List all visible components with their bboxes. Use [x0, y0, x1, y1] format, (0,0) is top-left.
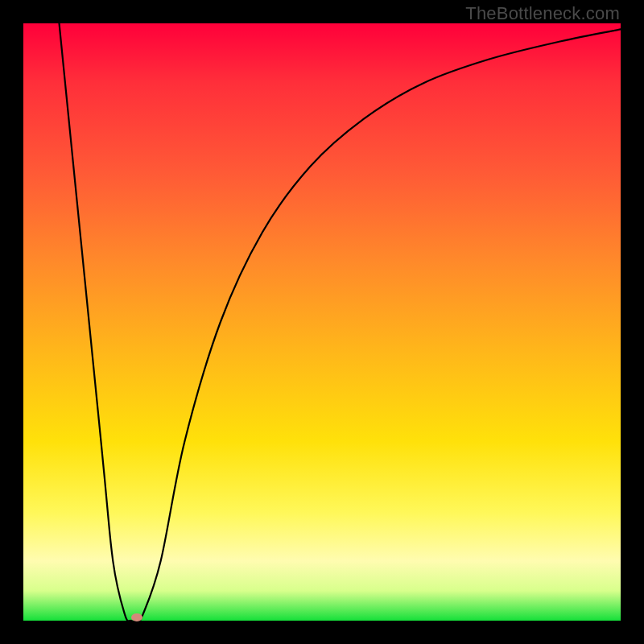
min-marker: [131, 613, 142, 621]
plot-area: [23, 23, 621, 621]
bottleneck-curve: [60, 23, 621, 621]
curve-svg: [23, 23, 621, 621]
chart-frame: TheBottleneck.com: [0, 0, 644, 644]
watermark-text: TheBottleneck.com: [465, 3, 620, 24]
